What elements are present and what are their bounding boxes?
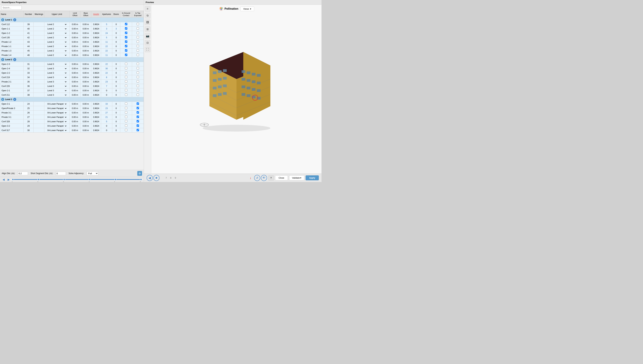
room-ground-contact[interactable] xyxy=(120,40,132,44)
room-ground-contact[interactable] xyxy=(120,102,132,106)
room-upper-limit[interactable]: Level 2 xyxy=(44,36,70,40)
room-ground-contact[interactable] xyxy=(120,75,132,80)
room-ground-contact[interactable] xyxy=(120,26,132,31)
room-top-exposed[interactable] xyxy=(132,84,144,88)
room-ground-contact[interactable] xyxy=(120,48,132,53)
room-top-exposed[interactable] xyxy=(132,75,144,80)
room-ground-contact[interactable] xyxy=(120,36,132,40)
room-ground-contact[interactable] xyxy=(120,115,132,119)
room-top-exposed[interactable] xyxy=(132,110,144,115)
room-top-exposed[interactable] xyxy=(132,48,144,53)
prev-button[interactable]: ◀ xyxy=(2,178,6,181)
room-top-exposed[interactable] xyxy=(132,106,144,110)
room-ground-contact[interactable] xyxy=(120,53,132,58)
room-upper-limit[interactable]: Level 3 xyxy=(44,93,70,97)
room-top-exposed[interactable] xyxy=(132,124,144,128)
room-ground-contact[interactable] xyxy=(120,128,132,132)
room-upper-limit[interactable]: Level 2 xyxy=(44,31,70,36)
room-ground-contact[interactable] xyxy=(120,44,132,48)
room-upper-limit[interactable]: Level 3 xyxy=(44,66,70,71)
room-upper-limit[interactable]: Level 3 xyxy=(44,62,70,66)
room-upper-limit[interactable]: Level 2 xyxy=(44,40,70,44)
room-ground-contact[interactable] xyxy=(120,31,132,36)
room-top-exposed[interactable] xyxy=(132,102,144,106)
step-2[interactable]: 2 xyxy=(38,178,40,180)
search-input[interactable] xyxy=(1,6,22,10)
room-upper-limit[interactable]: Level 3 xyxy=(44,88,70,93)
room-ground-contact[interactable] xyxy=(120,110,132,115)
undo-circle-button[interactable]: ↺ xyxy=(254,175,260,181)
add-room-button[interactable]: + xyxy=(13,58,16,61)
room-upper-limit[interactable]: 04-Lower Parapet xyxy=(44,128,70,132)
add-room-button[interactable]: + xyxy=(13,98,16,101)
eye-circle-button[interactable]: 👁 xyxy=(261,175,267,181)
grid-tool-button[interactable]: ⊞ xyxy=(145,26,150,32)
room-upper-limit[interactable]: 04-Lower Parapet xyxy=(44,102,70,106)
room-top-exposed[interactable] xyxy=(132,53,144,58)
room-top-exposed[interactable] xyxy=(132,22,144,26)
next-button[interactable]: ▶ xyxy=(7,178,10,181)
room-upper-limit[interactable]: 04-Lower Parapet xyxy=(44,119,70,124)
room-top-exposed[interactable] xyxy=(132,31,144,36)
room-ground-contact[interactable] xyxy=(120,106,132,110)
settings-button[interactable]: ⚙ xyxy=(137,171,142,176)
room-top-exposed[interactable] xyxy=(132,115,144,119)
room-ground-contact[interactable] xyxy=(120,66,132,71)
apply-button[interactable]: Apply xyxy=(306,176,319,180)
validate-button[interactable]: Validate ▾ xyxy=(289,176,304,180)
room-ground-contact[interactable] xyxy=(120,119,132,124)
room-ground-contact[interactable] xyxy=(120,88,132,93)
step-4[interactable]: 4 xyxy=(89,178,91,180)
layout-tool-button[interactable]: ⊟ xyxy=(145,40,150,45)
room-top-exposed[interactable] xyxy=(132,36,144,40)
step-6[interactable]: 6 xyxy=(140,178,142,180)
room-ground-contact[interactable] xyxy=(120,22,132,26)
collapse-button[interactable]: ∧ xyxy=(1,18,4,21)
room-upper-limit[interactable]: Level 2 xyxy=(44,44,70,48)
solve-adj-select[interactable]: Full Partial None xyxy=(87,172,98,176)
back-circle-button[interactable]: ◀ xyxy=(146,175,153,181)
table-container[interactable]: Name Number Warnings Upper Limit LimitOf… xyxy=(0,11,144,170)
room-upper-limit[interactable]: Level 3 xyxy=(44,75,70,80)
room-top-exposed[interactable] xyxy=(132,71,144,75)
room-ground-contact[interactable] xyxy=(120,71,132,75)
room-upper-limit[interactable]: 04-Lower Parapet xyxy=(44,124,70,128)
room-top-exposed[interactable] xyxy=(132,66,144,71)
room-upper-limit[interactable]: Level 3 xyxy=(44,71,70,75)
camera-tool-button[interactable]: 📷 xyxy=(145,33,150,38)
short-seg-input[interactable] xyxy=(56,172,66,175)
room-upper-limit[interactable]: Level 3 xyxy=(44,84,70,88)
add-room-button[interactable]: + xyxy=(13,18,16,21)
expand-tool-button[interactable]: ⛶ xyxy=(145,47,150,52)
step-3[interactable]: 3 xyxy=(63,178,65,180)
room-ground-contact[interactable] xyxy=(120,62,132,66)
room-upper-limit[interactable]: Level 2 xyxy=(44,48,70,53)
room-top-exposed[interactable] xyxy=(132,88,144,93)
align-dist-input[interactable] xyxy=(18,172,28,175)
step-5[interactable]: 5 xyxy=(114,178,116,180)
room-top-exposed[interactable] xyxy=(132,93,144,97)
room-top-exposed[interactable] xyxy=(132,26,144,31)
menu-tool-button[interactable]: ≡ xyxy=(145,6,150,12)
room-top-exposed[interactable] xyxy=(132,44,144,48)
room-ground-contact[interactable] xyxy=(120,84,132,88)
image-tool-button[interactable]: 🖼 xyxy=(145,20,150,25)
room-top-exposed[interactable] xyxy=(132,128,144,132)
room-upper-limit[interactable]: Level 2 xyxy=(44,53,70,58)
room-upper-limit[interactable]: 04-Lower Parapet xyxy=(44,106,70,110)
views-button[interactable]: Views ▾ xyxy=(240,6,254,11)
room-ground-contact[interactable] xyxy=(120,80,132,84)
room-top-exposed[interactable] xyxy=(132,80,144,84)
room-ground-contact[interactable] xyxy=(120,93,132,97)
room-ground-contact[interactable] xyxy=(120,124,132,128)
room-upper-limit[interactable]: 04-Lower Parapet xyxy=(44,115,70,119)
room-upper-limit[interactable]: 04-Lower Parapet xyxy=(44,110,70,115)
room-upper-limit[interactable]: Level 2 xyxy=(44,22,70,26)
room-top-exposed[interactable] xyxy=(132,62,144,66)
copy-tool-button[interactable]: ⧉ xyxy=(145,13,150,18)
step-1[interactable]: 1 xyxy=(12,178,14,180)
stop-circle-button[interactable]: ■ xyxy=(154,175,160,181)
room-top-exposed[interactable] xyxy=(132,40,144,44)
collapse-button[interactable]: ∧ xyxy=(1,98,4,101)
room-upper-limit[interactable]: Level 2 xyxy=(44,26,70,31)
